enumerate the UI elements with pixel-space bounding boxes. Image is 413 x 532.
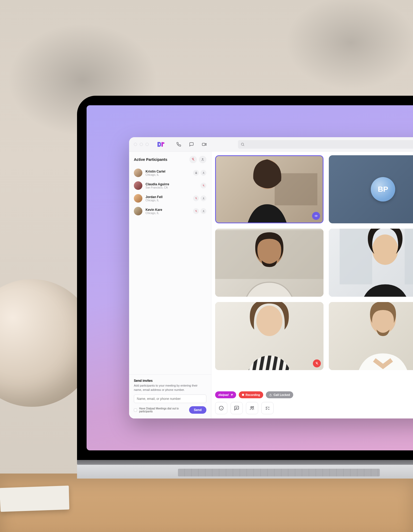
svg-point-34 [251,407,252,408]
lock-icon [269,393,272,396]
host-badge-icon [201,170,206,176]
mic-muted-icon[interactable] [201,183,206,188]
svg-point-3 [241,143,244,145]
ai-star-icon: ✦ [230,393,233,397]
invites-description: Add participants to your meeting by ente… [134,384,206,392]
svg-rect-32 [270,395,271,396]
svg-rect-22 [340,229,372,284]
participant-name: Kristin Carlel [146,170,190,173]
participant-name: Jordan Fell [146,195,190,199]
laptop: Active Participants [77,96,413,479]
participant-location: Chicago, IL [146,173,190,176]
video-tile[interactable] [215,302,323,370]
brand-logo [157,141,165,147]
host-badge-icon [201,208,206,214]
svg-rect-17 [317,215,317,217]
meeting-action-bar [211,398,413,418]
invite-input[interactable] [134,395,206,403]
participant-row[interactable]: Jordan Fell Chicago, IL [129,192,211,205]
host-badge-icon [201,195,206,201]
svg-rect-15 [315,215,315,216]
participant-location: Chicago, IL [146,212,190,215]
info-button[interactable] [215,402,227,414]
participant-row[interactable]: Kevin Kare Chicago, IL [129,205,211,217]
svg-rect-16 [316,215,316,217]
svg-rect-23 [405,229,413,284]
lock-label: Call Locked [274,393,290,396]
avatar [134,169,142,177]
call-locked-badge[interactable]: Call Locked [266,391,293,398]
sidebar-title: Active Participants [134,157,167,162]
participants-sidebar: Active Participants [129,152,211,418]
participant-row[interactable]: Claudia Aguirre San Francisco, CA [129,179,211,192]
mic-muted-icon[interactable] [193,195,199,201]
chat-icon[interactable] [189,141,194,147]
chat-button[interactable] [231,402,243,414]
participant-location: San Francisco, CA [146,186,197,189]
svg-point-28 [256,306,282,336]
svg-rect-0 [161,142,163,147]
participants-button[interactable] [246,402,258,414]
video-grid: BP [211,152,413,390]
avatar-initials: BP [371,177,395,202]
svg-rect-2 [202,143,205,145]
participant-name: Kevin Kare [146,208,190,212]
mic-muted-icon[interactable] [193,208,199,214]
tasks-button[interactable] [261,402,274,414]
muted-indicator-icon [313,359,321,367]
status-badges: dialpad ✦ Recording Call Locked [211,390,413,398]
participant-row[interactable]: Kristin Carlel Chicago, IL [129,166,211,179]
svg-rect-5 [196,172,197,173]
video-tile-active-speaker[interactable] [215,155,323,223]
app-window: Active Participants [129,137,413,418]
video-tile[interactable] [329,229,413,297]
window-minimize-icon[interactable] [140,143,143,146]
svg-point-24 [372,234,398,265]
recording-dot-icon [242,394,244,396]
avatar [134,181,142,190]
participant-location: Chicago, IL [146,199,190,202]
window-controls[interactable] [134,143,149,146]
brand-badge-label: dialpad [218,393,229,396]
speaking-indicator-icon [312,212,320,220]
avatar [134,194,142,203]
send-invites-panel: Send invites Add participants to your me… [129,374,211,418]
checkbox-label: Have Dialpad Meetings dial out to partic… [139,407,186,413]
avatar [134,207,142,215]
mic-on-icon[interactable] [193,170,199,176]
recording-label: Recording [246,393,260,396]
svg-point-6 [203,172,204,173]
video-icon[interactable] [201,141,207,147]
video-tile[interactable] [329,302,413,370]
video-tile[interactable] [215,229,323,297]
window-close-icon[interactable] [134,143,137,146]
brand-badge: dialpad ✦ [215,391,236,398]
participant-name: Claudia Aguirre [146,182,197,186]
meeting-main: BP [211,152,413,418]
invites-title: Send invites [134,379,206,383]
svg-point-9 [203,198,204,198]
checkbox-icon[interactable] [134,408,137,412]
svg-point-35 [253,407,254,408]
send-button[interactable]: Send [189,406,206,414]
svg-point-1 [163,142,164,144]
svg-point-11 [203,210,204,211]
search-icon [241,142,245,146]
window-zoom-icon[interactable] [146,143,149,146]
video-tile-camera-off[interactable]: BP [329,155,413,223]
host-controls-button[interactable] [199,156,206,163]
search-input[interactable] [238,140,413,149]
svg-point-4 [202,158,203,160]
notebook-decoration [0,485,69,512]
phone-icon[interactable] [176,141,182,147]
mute-all-button[interactable] [189,156,197,163]
titlebar [129,137,413,152]
dial-out-checkbox[interactable]: Have Dialpad Meetings dial out to partic… [134,407,186,413]
recording-badge[interactable]: Recording [239,391,263,398]
